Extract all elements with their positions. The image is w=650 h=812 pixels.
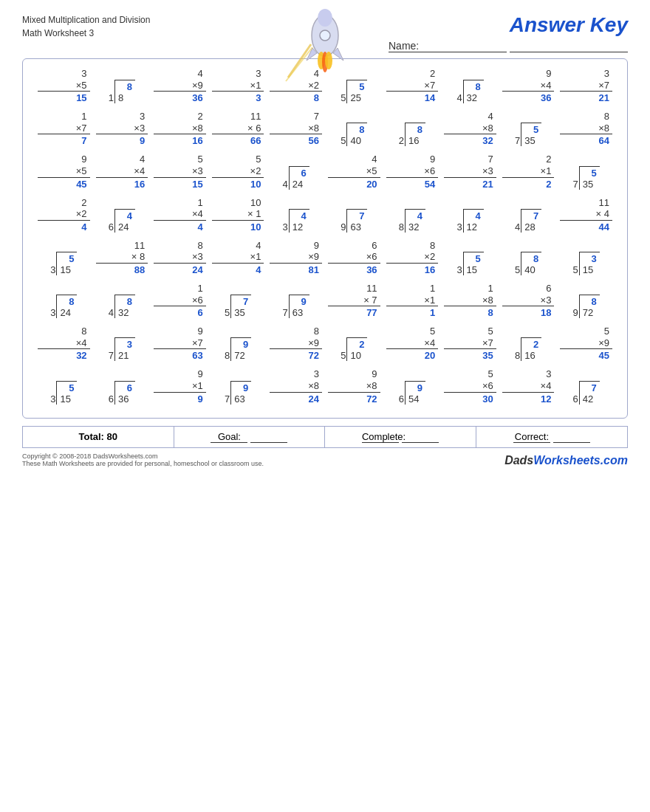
mult-top: 9 xyxy=(270,240,322,252)
div-answer: 4 xyxy=(475,210,480,221)
div-box: 412 xyxy=(463,209,484,233)
correct-line[interactable] xyxy=(553,431,590,443)
div-dividend: 72 xyxy=(583,307,593,318)
div-divisor: 7 xyxy=(225,393,230,405)
div-box: 88 xyxy=(114,80,135,103)
mult-answer: 36 xyxy=(154,92,206,103)
complete-cell: Complete: xyxy=(325,427,476,447)
div-divisor: 6 xyxy=(399,393,404,405)
rocket-image xyxy=(284,7,366,89)
correct-cell: Correct: xyxy=(476,427,628,447)
mult-operator: ×4 xyxy=(38,337,90,350)
mult-operator: ×8 xyxy=(444,123,496,135)
div-problem-5-3: 5735 xyxy=(209,281,267,320)
div-box: 735 xyxy=(230,295,251,318)
div-answer: 7 xyxy=(243,296,248,307)
mult-answer: 44 xyxy=(560,221,612,233)
div-box: 315 xyxy=(579,252,600,275)
div-problem-5-0: 3824 xyxy=(35,281,93,320)
div-box: 515 xyxy=(56,381,77,405)
div-box: 832 xyxy=(114,295,135,318)
div-divisor: 5 xyxy=(515,264,520,275)
mult-top: 9 xyxy=(386,154,439,165)
header-left: Mixed Multiplication and Division Math W… xyxy=(22,13,150,40)
complete-line[interactable] xyxy=(402,431,439,443)
div-problem-2-4: 4624 xyxy=(267,152,325,190)
mult-operator: ×1 xyxy=(212,251,264,264)
div-answer: 5 xyxy=(592,168,597,179)
mult-top: 2 xyxy=(386,68,439,80)
mult-operator: ×4 xyxy=(96,165,148,178)
mult-problem-1-9: 8×864 xyxy=(557,109,615,148)
mult-operator: ×1 xyxy=(502,165,555,178)
mult-answer: 15 xyxy=(154,179,206,190)
mult-problem-0-3: 3×13 xyxy=(209,66,267,105)
div-answer: 4 xyxy=(127,210,132,221)
div-answer: 5 xyxy=(69,253,74,264)
mult-answer: 16 xyxy=(386,264,439,275)
mult-problem-7-8: 3×412 xyxy=(499,367,558,405)
mult-problem-5-5: 11× 777 xyxy=(325,281,383,320)
div-box: 515 xyxy=(463,252,484,275)
mult-operator: ×2 xyxy=(212,165,264,178)
div-dividend: 15 xyxy=(583,264,593,275)
div-dividend: 12 xyxy=(467,221,477,233)
problem-row-3: 2×2464241×4410× 110341297638432341247281… xyxy=(35,196,615,234)
div-answer: 7 xyxy=(359,210,364,221)
svg-line-9 xyxy=(286,47,312,81)
mult-answer: 36 xyxy=(502,92,555,103)
div-problem-2-9: 7535 xyxy=(557,152,615,190)
mult-answer: 7 xyxy=(38,135,90,146)
mult-top: 8 xyxy=(560,111,612,123)
div-divisor: 6 xyxy=(109,221,114,233)
div-divisor: 2 xyxy=(399,135,404,146)
mult-operator: ×3 xyxy=(154,165,206,178)
mult-top: 11 xyxy=(328,283,380,295)
div-problem-7-0: 3515 xyxy=(35,367,93,405)
problem-row-1: 1×773×392×81611× 6667×856584028164×83275… xyxy=(35,109,615,148)
div-box: 963 xyxy=(289,295,309,318)
mult-top: 5 xyxy=(444,368,496,380)
div-answer: 8 xyxy=(417,124,422,135)
mult-answer: 32 xyxy=(444,135,496,146)
mult-top: 9 xyxy=(328,368,380,380)
div-answer: 8 xyxy=(592,296,597,307)
div-box: 210 xyxy=(346,337,367,361)
div-answer: 8 xyxy=(127,81,132,92)
mult-top: 3 xyxy=(38,68,90,80)
mult-answer: 20 xyxy=(386,350,439,361)
mult-operator: × 7 xyxy=(328,295,380,307)
mult-problem-5-6: 1×11 xyxy=(383,281,442,320)
div-dividend: 36 xyxy=(118,393,129,405)
mult-answer: 72 xyxy=(270,350,322,361)
div-answer: 5 xyxy=(475,253,480,264)
mult-answer: 81 xyxy=(270,264,322,275)
mult-top: 1 xyxy=(154,197,206,209)
div-problem-4-0: 3515 xyxy=(35,238,93,277)
div-box: 535 xyxy=(579,166,600,190)
mult-top: 7 xyxy=(270,111,322,123)
div-box: 816 xyxy=(405,123,425,146)
div-box: 432 xyxy=(405,209,425,233)
mult-operator: ×2 xyxy=(386,251,439,264)
mult-answer: 45 xyxy=(38,179,90,190)
div-divisor: 3 xyxy=(50,307,55,318)
div-box: 624 xyxy=(289,166,309,190)
div-dividend: 16 xyxy=(524,350,535,361)
div-box: 872 xyxy=(579,295,600,318)
div-divisor: 3 xyxy=(456,221,462,233)
mult-problem-4-1: 11× 888 xyxy=(93,238,151,277)
goal-line[interactable] xyxy=(250,431,287,443)
div-box: 963 xyxy=(230,381,251,405)
div-answer: 7 xyxy=(592,382,597,393)
footer-box: Total: 80 Goal: Complete: Correct: xyxy=(22,426,628,448)
div-divisor: 1 xyxy=(109,92,114,103)
div-dividend: 40 xyxy=(524,264,535,275)
mult-problem-5-7: 1×88 xyxy=(441,281,499,320)
div-dividend: 63 xyxy=(350,221,360,233)
mult-operator: ×8 xyxy=(154,123,206,135)
mult-top: 9 xyxy=(502,68,555,80)
answer-key-label: Answer Key xyxy=(510,13,628,37)
div-problem-7-1: 6636 xyxy=(93,367,151,405)
mult-answer: 9 xyxy=(154,393,206,405)
